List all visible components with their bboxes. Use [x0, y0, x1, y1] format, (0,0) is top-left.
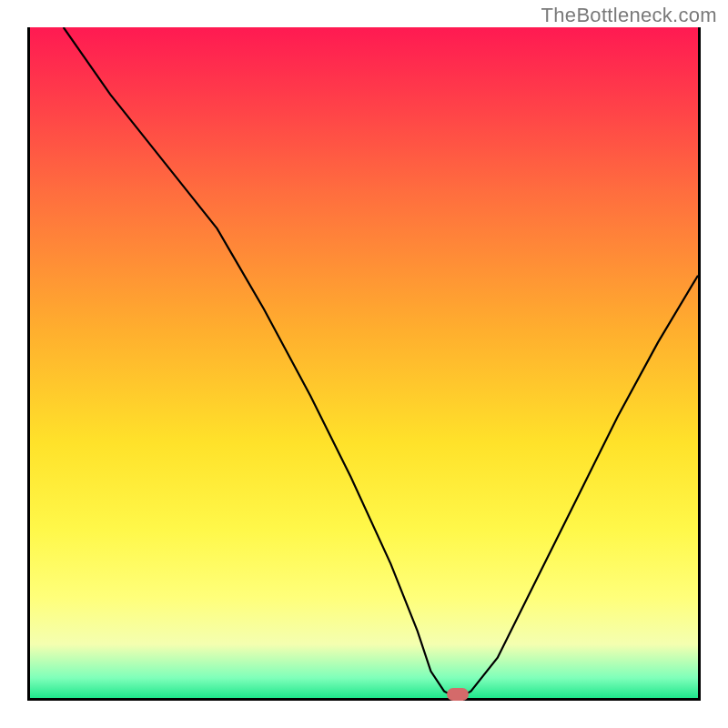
bottleneck-curve-path [64, 27, 698, 698]
bottleneck-chart: TheBottleneck.com [0, 0, 728, 728]
optimal-point-marker [447, 688, 469, 701]
attribution-text: TheBottleneck.com [541, 4, 717, 27]
plot-area [27, 27, 701, 701]
curve-layer [30, 27, 698, 698]
